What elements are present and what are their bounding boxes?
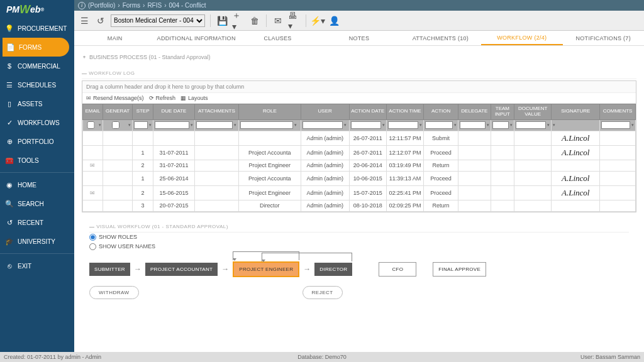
filter-icon[interactable]: ▾ — [99, 123, 101, 128]
flow-cfo[interactable]: CFO — [379, 262, 416, 277]
save-icon[interactable]: 💾 — [216, 14, 228, 27]
nav-procurement[interactable]: 💡PROCUREMENT — [0, 19, 74, 38]
record-selector[interactable]: Boston Medical Center - 004 - Confl — [111, 14, 205, 27]
bolt-icon[interactable]: ⚡▾ — [311, 14, 324, 27]
filter-icon[interactable]: ▾ — [191, 123, 193, 128]
flow-project-engineer[interactable]: PROJECT ENGINEER — [233, 261, 299, 277]
nav-schedules[interactable]: ☰SCHEDULES — [0, 75, 74, 94]
filter-com[interactable] — [601, 121, 630, 129]
filter-icon[interactable]: ▾ — [294, 123, 297, 128]
filter-icon[interactable]: ▾ — [487, 123, 489, 128]
filter-due[interactable] — [155, 121, 189, 129]
filter-email-check[interactable] — [84, 121, 97, 129]
filter-action[interactable] — [425, 121, 453, 129]
globe-icon: ⊕ — [5, 137, 14, 146]
table-row[interactable]: ✉215-06-2015Project EngineerAdmin (admin… — [83, 185, 636, 200]
filter-icon[interactable]: ▾ — [382, 123, 385, 128]
nav-recent[interactable]: ↺RECENT — [0, 213, 74, 232]
nav-assets[interactable]: ▯ASSETS — [0, 94, 74, 113]
filter-icon[interactable]: ▾ — [149, 123, 152, 128]
crumb-rfis[interactable]: RFIS — [147, 2, 162, 9]
arrow-icon: → — [303, 265, 311, 273]
refresh-icon: ⟳ — [149, 95, 154, 101]
filter-team[interactable] — [492, 121, 509, 129]
arrow-icon: → — [221, 265, 229, 273]
print-icon[interactable]: 🖶▾ — [288, 14, 301, 27]
filter-att[interactable] — [196, 121, 233, 129]
nav-portfolio[interactable]: ⊕PORTFOLIO — [0, 132, 74, 151]
workflow-log-header[interactable]: — WORKFLOW LOG — [82, 68, 636, 79]
reject-button[interactable]: REJECT — [303, 286, 343, 299]
table-row[interactable]: Admin (admin)26-07-201112:11:57 PMSubmit… — [83, 131, 636, 145]
filter-icon[interactable]: ▾ — [234, 123, 236, 128]
filter-icon[interactable]: ▾ — [553, 123, 555, 128]
flow-director[interactable]: DIRECTOR — [314, 263, 352, 276]
group-by-bar[interactable]: Drag a column header and drop it here to… — [82, 81, 636, 92]
crumb-portfolio[interactable]: (Portfolio) — [88, 2, 115, 9]
refresh-button[interactable]: ⟳Refresh — [149, 95, 176, 101]
tab-attachments[interactable]: ATTACHMENTS (10) — [400, 31, 481, 45]
delete-icon[interactable]: 🗑 — [248, 14, 261, 27]
loop-arrow-icon — [262, 253, 352, 261]
filter-icon[interactable]: ▾ — [454, 123, 457, 128]
logo: PMWeb® — [0, 0, 74, 19]
nav-tools[interactable]: 🧰TOOLS — [0, 151, 74, 170]
mail-icon[interactable]: ✉ — [272, 14, 284, 27]
user-icon[interactable]: 👤 — [328, 14, 340, 27]
info-icon[interactable]: i — [78, 2, 86, 9]
layouts-button[interactable]: ▦Layouts — [180, 95, 208, 101]
table-row[interactable]: 320-07-2015DirectorAdmin (admin)08-10-20… — [83, 200, 636, 211]
nav-forms[interactable]: 📄FORMS — [3, 38, 69, 57]
table-row[interactable]: 125-06-2014Project AccountaAdmin (admin)… — [83, 171, 636, 185]
nav-search[interactable]: 🔍SEARCH — [0, 194, 74, 213]
flow-project-accountant[interactable]: PROJECT ACCOUNTANT — [145, 263, 218, 276]
filter-icon[interactable]: ▾ — [128, 123, 131, 128]
nav-exit[interactable]: ⎋EXIT — [0, 256, 74, 275]
filter-role[interactable] — [240, 121, 293, 129]
filter-doc[interactable] — [516, 121, 546, 129]
tab-main[interactable]: MAIN — [74, 31, 155, 45]
dollar-icon: $ — [5, 62, 14, 70]
filter-del[interactable] — [460, 121, 486, 129]
business-process-header[interactable]: ＋ BUSINESS PROCESS (01 - Standard Approv… — [82, 51, 636, 63]
doc-icon: 📄 — [6, 43, 15, 52]
resend-button[interactable]: ✉Resend Message(s) — [86, 95, 144, 101]
table-row[interactable]: ✉231-07-2011Project EngineerAdmin (admin… — [83, 160, 636, 171]
nav-commercial[interactable]: $COMMERCIAL — [0, 57, 74, 75]
show-roles-radio[interactable]: SHOW ROLES — [89, 233, 629, 242]
filter-icon[interactable]: ▾ — [547, 123, 550, 128]
tab-clauses[interactable]: CLAUSES — [237, 31, 318, 45]
nav-home[interactable]: ◉HOME — [0, 175, 74, 194]
tab-notifications[interactable]: NOTIFICATIONS (7) — [563, 31, 644, 45]
breadcrumb: i (Portfolio) › Forms › RFIS › 004 - Con… — [74, 0, 644, 11]
filter-icon[interactable]: ▾ — [344, 123, 347, 128]
arrow-icon: → — [134, 265, 142, 273]
filter-gen-check[interactable] — [104, 121, 127, 129]
flow-submitter[interactable]: SUBMITTER — [89, 263, 130, 276]
nav-university[interactable]: 🎓UNIVERSITY — [0, 232, 74, 251]
menu-icon[interactable]: ☰ — [78, 14, 91, 27]
footer-created: Created: 01-07-2011 by admin - Admin — [4, 354, 101, 360]
flow-final-approve[interactable]: FINAL APPROVE — [433, 262, 486, 277]
show-users-radio[interactable]: SHOW USER NAMES — [89, 242, 629, 251]
filter-step[interactable] — [134, 121, 148, 129]
tab-additional[interactable]: ADDITIONAL INFORMATION — [155, 31, 236, 45]
footer-user: User: Bassam Samman — [580, 354, 640, 360]
filter-icon[interactable]: ▾ — [631, 123, 634, 128]
filter-user[interactable] — [303, 121, 343, 129]
add-icon[interactable]: ＋▾ — [232, 14, 245, 27]
crumb-forms[interactable]: Forms — [123, 2, 140, 9]
tab-workflow[interactable]: WORKFLOW (2/4) — [481, 31, 562, 45]
history-icon[interactable]: ↺ — [94, 14, 107, 27]
exit-icon: ⎋ — [5, 261, 14, 270]
filter-icon[interactable]: ▾ — [510, 123, 513, 128]
withdraw-button[interactable]: WITHDRAW — [89, 286, 139, 299]
visual-workflow-header[interactable]: — VISUAL WORKFLOW (01 - STANDARD APPROVA… — [89, 221, 629, 233]
list-icon: ☰ — [5, 80, 14, 89]
filter-icon[interactable]: ▾ — [419, 123, 422, 128]
nav-workflows[interactable]: ✓WORKFLOWS — [0, 113, 74, 132]
table-row[interactable]: 131-07-2011Project AccountaAdmin (admin)… — [83, 145, 636, 160]
filter-adate[interactable] — [351, 121, 381, 129]
filter-atime[interactable] — [388, 121, 418, 129]
tab-notes[interactable]: NOTES — [318, 31, 399, 45]
